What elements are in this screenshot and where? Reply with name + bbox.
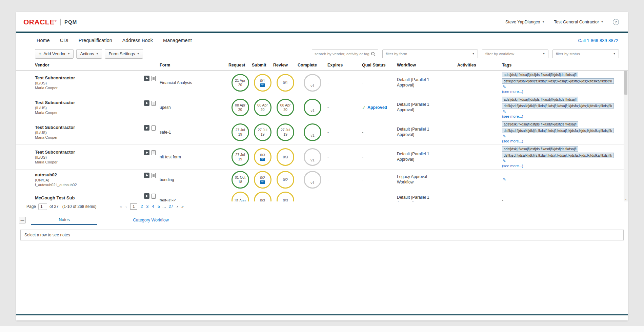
nav-item-home[interactable]: Home — [37, 38, 50, 43]
see-more-link[interactable]: (see more...) — [502, 139, 618, 143]
vendor-document-icon[interactable] — [152, 76, 156, 81]
next-page-button[interactable]: › — [177, 204, 178, 209]
page-3-link[interactable]: 3 — [146, 204, 149, 209]
complete-status-circle[interactable]: v1 — [304, 171, 321, 189]
vendor-document-icon[interactable] — [152, 125, 156, 131]
tab-category-workflow[interactable]: Category Workflow — [124, 215, 178, 225]
col-qual-status[interactable]: Qual Status — [362, 63, 397, 67]
tag-chip[interactable]: adsfjdskj fkdsajfljdsfjds flkasdjflkjdsf… — [502, 72, 578, 77]
submit-status-circle[interactable]: 0/3 — [254, 148, 271, 166]
vendor-document-icon[interactable] — [152, 194, 156, 199]
search-icon[interactable] — [371, 52, 376, 56]
vendor-name[interactable]: Test Subcontractor — [35, 150, 144, 155]
table-row[interactable]: McGough Test Sub (MN/US) test-31-2 31 Au… — [16, 190, 628, 201]
vendor-document-icon[interactable] — [152, 150, 156, 155]
complete-status-circle[interactable]: v1 — [304, 123, 321, 141]
edit-tags-icon[interactable]: ✎ — [503, 159, 618, 163]
tag-chip[interactable]: dsflkjsd;fljdsalkfjdkljfs;lkdajf;lkdsjf;… — [502, 78, 614, 84]
review-status-circle[interactable]: 08 Apr20 — [277, 99, 294, 116]
submit-status-circle[interactable]: 0/3 — [254, 192, 271, 201]
form-settings-button[interactable]: Form Settings ▼ — [105, 49, 143, 59]
tag-chip[interactable]: dsflkjsd;fljdsalkfjdkljfs;lkdajf;lkdsjf;… — [502, 128, 614, 133]
page-1-current[interactable]: 1 — [130, 203, 137, 210]
submit-status-circle[interactable]: 08 Apr20 — [254, 99, 271, 116]
request-status-circle[interactable]: 08 Apr20 — [232, 99, 249, 116]
page-5-link[interactable]: 5 — [158, 204, 160, 209]
table-row[interactable]: Test Subcontractor (IL/US) Maria Cooper … — [16, 145, 628, 170]
last-page-button[interactable]: » — [181, 204, 184, 209]
submit-status-circle[interactable]: 27 Jul19 — [254, 123, 271, 141]
see-more-link[interactable]: (see more...) — [502, 90, 618, 94]
scrollbar-down-arrow-icon[interactable]: ▼ — [624, 197, 628, 201]
vendor-activity-icon[interactable] — [144, 150, 149, 155]
add-vendor-button[interactable]: + Add Vendor ▼ — [35, 49, 74, 59]
filter-by-form-dropdown[interactable]: filter by form ▼ — [382, 50, 478, 58]
vendor-activity-icon[interactable] — [144, 173, 149, 178]
vertical-scrollbar[interactable]: ▼ — [624, 71, 628, 201]
vendor-name[interactable]: autosub02 — [35, 172, 144, 178]
account-menu[interactable]: Test General Contractor ▼ — [554, 20, 603, 24]
vendor-name[interactable]: McGough Test Sub — [35, 195, 144, 201]
page-2-link[interactable]: 2 — [141, 204, 143, 209]
actions-button[interactable]: Actions ▼ — [76, 49, 102, 59]
edit-tags-icon[interactable]: ✎ — [503, 134, 618, 138]
table-row[interactable]: Test Subcontractor (IL/US) Maria Cooper … — [16, 95, 628, 120]
see-more-link[interactable]: (see more...) — [502, 164, 618, 168]
request-status-circle[interactable]: 27 Jul19 — [232, 123, 249, 141]
scrollbar-thumb[interactable] — [624, 71, 627, 95]
filter-by-status-dropdown[interactable]: filter by status ▼ — [552, 50, 619, 58]
complete-status-circle[interactable]: v1 — [304, 99, 321, 116]
page-input[interactable] — [38, 203, 47, 210]
tag-chip[interactable]: adsfjdskj fkdsajfljdsfjds flkasdjflkjdsf… — [502, 97, 578, 102]
collapse-panel-button[interactable]: — — [19, 217, 26, 223]
complete-status-circle[interactable]: v1 — [304, 148, 321, 166]
request-status-circle[interactable]: 01 Oct18 — [232, 171, 249, 189]
review-status-circle[interactable]: 0/3 — [277, 192, 294, 201]
nav-item-address-book[interactable]: Address Book — [122, 38, 153, 43]
col-complete[interactable]: Complete — [298, 63, 327, 67]
review-status-circle[interactable]: 0/1 — [277, 74, 294, 92]
vendor-activity-icon[interactable] — [144, 76, 149, 81]
help-icon[interactable]: ? — [613, 19, 619, 25]
vendor-activity-icon[interactable] — [144, 193, 149, 199]
complete-status-circle[interactable]: v1 — [304, 74, 321, 92]
vendor-document-icon[interactable] — [152, 101, 156, 106]
page-27-link[interactable]: 27 — [169, 204, 173, 209]
vendor-activity-icon[interactable] — [144, 125, 149, 131]
nav-item-management[interactable]: Management — [163, 38, 192, 43]
request-status-circle[interactable]: 31 Aug — [232, 192, 249, 201]
review-status-circle[interactable]: 0/3 — [277, 148, 294, 166]
qual-status-value[interactable]: Approved — [367, 105, 387, 110]
request-status-circle[interactable]: 27 Jul19 — [232, 148, 249, 166]
table-row[interactable]: Test Subcontractor (IL/US) Maria Cooper … — [16, 71, 628, 95]
vendor-name[interactable]: Test Subcontractor — [35, 75, 144, 81]
tab-notes[interactable]: Notes — [31, 215, 97, 225]
tag-chip[interactable]: adsfjdskj fkdsajfljdsfjds flkasdjflkjdsf… — [502, 146, 578, 152]
vendor-name[interactable]: Test Subcontractor — [35, 100, 144, 105]
submit-status-circle[interactable]: 0/1 — [254, 74, 271, 92]
col-activities[interactable]: Activities — [457, 63, 502, 67]
search-input[interactable] — [315, 52, 371, 56]
oracle-logo[interactable]: ORACLE® — [23, 18, 57, 26]
edit-tags-icon[interactable]: ✎ — [503, 110, 618, 114]
submit-status-circle[interactable]: 0/2 — [254, 171, 271, 189]
table-row[interactable]: Test Subcontractor (IL/US) Maria Cooper … — [16, 120, 628, 145]
user-menu[interactable]: Steve YapDiangco ▼ — [505, 20, 544, 24]
page-4-link[interactable]: 4 — [152, 204, 154, 209]
table-row[interactable]: autosub02 (ON/CA) f_autosub02 l_autosub0… — [16, 170, 628, 190]
col-expires[interactable]: Expires — [327, 63, 362, 67]
edit-tags-icon[interactable]: ✎ — [503, 85, 618, 89]
review-status-circle[interactable]: 0/2 — [277, 171, 294, 189]
nav-item-prequalification[interactable]: Prequalification — [79, 38, 112, 43]
vendor-activity-icon[interactable] — [144, 100, 149, 106]
col-tags[interactable]: Tags — [502, 63, 623, 67]
vendor-document-icon[interactable] — [152, 173, 156, 178]
call-phone-link[interactable]: Call 1-866-839-8872 — [578, 38, 618, 43]
tag-chip[interactable]: dsflkjsd;fljdsalkfjdkljfs;lkdajf;lkdsjf;… — [502, 153, 614, 158]
col-form[interactable]: Form — [160, 63, 228, 67]
nav-item-cdi[interactable]: CDI — [60, 38, 68, 43]
filter-by-workflow-dropdown[interactable]: filter by workflow ▼ — [482, 50, 548, 58]
col-workflow[interactable]: Workflow — [397, 63, 457, 67]
edit-tags-icon[interactable]: ✎ — [503, 177, 618, 181]
tag-chip[interactable]: adsfjdskj fkdsajfljdsfjds flkasdjflkjdsf… — [502, 121, 578, 127]
